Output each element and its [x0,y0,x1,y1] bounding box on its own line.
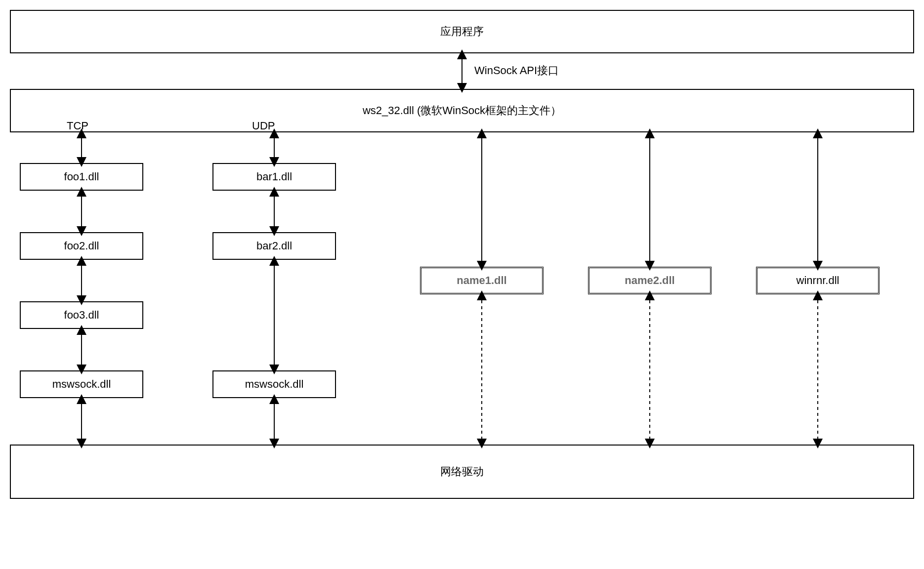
connector-api-label: WinSock API接口 [474,63,559,78]
box-foo1-label: foo1.dll [64,170,99,183]
diagram-canvas: 应用程序 WinSock API接口 ws2_32.dll (微软WinSock… [0,0,924,569]
box-mswsock-tcp-label: mswsock.dll [52,378,111,391]
box-name1-label: name1.dll [457,274,506,287]
box-mswsock-tcp: mswsock.dll [20,370,143,398]
box-bar2-label: bar2.dll [256,240,292,252]
box-application-label: 应用程序 [440,24,484,39]
box-bar2: bar2.dll [212,232,336,260]
box-name1: name1.dll [420,267,544,294]
box-ws2-32: ws2_32.dll (微软WinSock框架的主文件） [10,89,914,132]
box-foo3-label: foo3.dll [64,309,99,322]
box-network-driver: 网络驱动 [10,445,914,499]
tcp-label: TCP [67,120,88,132]
box-foo3: foo3.dll [20,301,143,329]
box-winrnr-label: winrnr.dll [797,274,840,287]
box-mswsock-udp: mswsock.dll [212,370,336,398]
box-foo2: foo2.dll [20,232,143,260]
box-application: 应用程序 [10,10,914,53]
box-bar1: bar1.dll [212,163,336,191]
box-foo1: foo1.dll [20,163,143,191]
box-winrnr: winrnr.dll [756,267,880,294]
box-name2-label: name2.dll [625,274,674,287]
box-name2: name2.dll [588,267,712,294]
box-ws2-32-label: ws2_32.dll (微软WinSock框架的主文件） [363,103,561,118]
box-network-driver-label: 网络驱动 [440,464,484,479]
udp-label: UDP [252,120,275,132]
box-mswsock-udp-label: mswsock.dll [245,378,304,391]
box-foo2-label: foo2.dll [64,240,99,252]
box-bar1-label: bar1.dll [256,170,292,183]
